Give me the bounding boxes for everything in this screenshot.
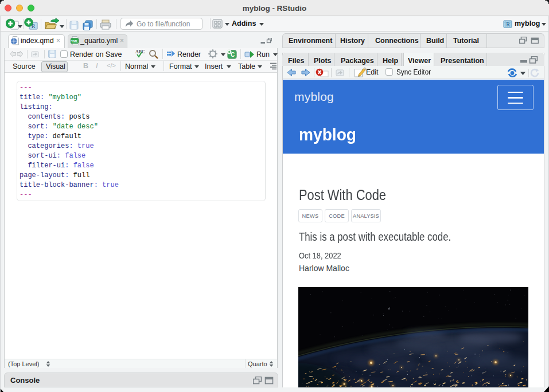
svg-text:R: R bbox=[506, 21, 510, 28]
svg-text:YML: YML bbox=[71, 40, 79, 43]
